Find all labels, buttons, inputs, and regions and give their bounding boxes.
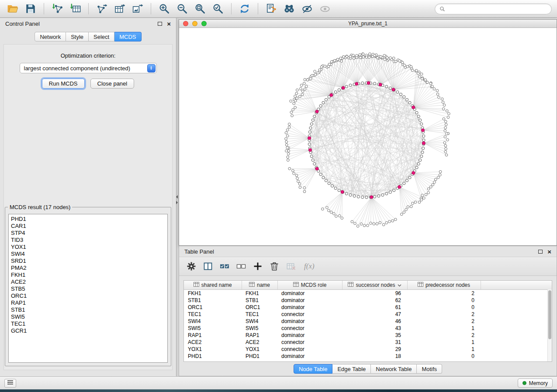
mcds-result-item[interactable]: YOX1 xyxy=(11,244,165,251)
mcds-result-item[interactable]: CAR1 xyxy=(11,223,165,230)
open-session-button[interactable] xyxy=(5,2,20,16)
table-row[interactable]: YOX1YOX1connector291 xyxy=(184,346,552,353)
table-panel-float-icon[interactable] xyxy=(538,250,543,254)
clone-network-button[interactable] xyxy=(264,2,279,16)
mcds-result-item[interactable]: RAP1 xyxy=(11,299,165,306)
save-session-button[interactable] xyxy=(23,2,38,16)
table-panel-close-icon[interactable]: × xyxy=(547,248,551,255)
mcds-result-item[interactable]: ORC1 xyxy=(11,292,165,299)
hide-selected-button[interactable] xyxy=(300,2,315,16)
refresh-layout-button[interactable] xyxy=(237,2,252,16)
mcds-result-item[interactable]: SRD1 xyxy=(11,258,165,265)
table-row[interactable]: PHD1PHD1dominator180 xyxy=(184,353,552,360)
mcds-result-item[interactable]: ACE2 xyxy=(11,279,165,285)
unselect-all-columns-button[interactable] xyxy=(235,260,247,272)
scrollbar-thumb[interactable] xyxy=(548,290,551,339)
column-header-predecessor-nodes[interactable]: predecessor nodes xyxy=(407,281,481,289)
delete-row-button[interactable] xyxy=(268,260,280,272)
function-builder-button[interactable]: f(x) xyxy=(304,262,315,271)
table-row[interactable]: RAP1RAP1dominator352 xyxy=(184,332,552,339)
table-row[interactable]: TEC1TEC1connector472 xyxy=(184,311,552,318)
cell-filler xyxy=(481,332,552,339)
cell-mcds-role: dominator xyxy=(277,332,342,339)
network-canvas[interactable] xyxy=(179,28,557,245)
mcds-result-item[interactable]: TID3 xyxy=(11,237,165,244)
table-scrollbar[interactable] xyxy=(547,289,552,361)
find-button[interactable] xyxy=(282,2,297,16)
search-box[interactable] xyxy=(435,3,552,14)
tab-motifs[interactable]: Motifs xyxy=(417,364,442,374)
table-row[interactable]: SWI4SWI4dominator462 xyxy=(184,318,552,325)
table-row[interactable]: SWI5SWI5connector431 xyxy=(184,325,552,332)
tab-network[interactable]: Network xyxy=(35,32,66,41)
column-header-mcds-role[interactable]: MCDS role xyxy=(277,281,342,289)
mcds-result-item[interactable]: SWI5 xyxy=(11,313,165,320)
mcds-result-item[interactable]: SWI4 xyxy=(11,251,165,258)
mcds-result-item[interactable]: STB1 xyxy=(11,306,165,313)
cell-mcds-role: dominator xyxy=(277,297,342,304)
table-settings-button[interactable] xyxy=(185,260,197,272)
tab-style[interactable]: Style xyxy=(66,32,89,41)
criterion-dropdown[interactable]: largest connected component (undirected)… xyxy=(20,63,157,73)
export-table-button[interactable] xyxy=(112,2,127,16)
splitter-collapse-left-icon[interactable] xyxy=(176,195,178,199)
control-panel-close-icon[interactable]: × xyxy=(167,21,171,27)
cell-filler xyxy=(481,318,552,325)
splitter-collapse-right-icon[interactable] xyxy=(176,201,178,204)
delete-table-button[interactable] xyxy=(285,260,297,272)
search-input[interactable] xyxy=(448,6,547,12)
cell-predecessor-nodes: 0 xyxy=(407,353,481,360)
zoom-fit-button[interactable] xyxy=(193,2,208,16)
tab-select[interactable]: Select xyxy=(89,32,114,41)
run-mcds-button[interactable]: Run MCDS xyxy=(42,79,85,89)
add-row-button[interactable] xyxy=(252,260,264,272)
close-panel-button[interactable]: Close panel xyxy=(90,79,135,89)
zoom-in-button[interactable] xyxy=(157,2,172,16)
table-row[interactable]: FKH1FKH1dominator962 xyxy=(184,289,552,297)
mcds-result-item[interactable]: STB5 xyxy=(11,285,165,292)
show-columns-button[interactable] xyxy=(202,260,214,272)
tab-node-table[interactable]: Node Table xyxy=(294,364,333,374)
tab-network-table[interactable]: Network Table xyxy=(371,364,417,374)
mcds-result-list[interactable]: PHD1CAR1STP4TID3YOX1SWI4SRD1PMA2FKH1ACE2… xyxy=(8,214,168,363)
tab-edge-table[interactable]: Edge Table xyxy=(332,364,371,374)
mcds-result-item[interactable]: PMA2 xyxy=(11,265,165,272)
network-titlebar[interactable]: YPA_prune.txt_1 xyxy=(179,20,557,28)
cell-name: ACE2 xyxy=(242,339,277,346)
export-image-button[interactable] xyxy=(130,2,145,16)
mcds-result-item[interactable]: GCR1 xyxy=(11,327,165,334)
column-label: MCDS role xyxy=(301,282,327,288)
import-table-button[interactable] xyxy=(68,2,83,16)
control-panel-header: Control Panel × xyxy=(0,18,176,29)
column-header-successor-nodes[interactable]: successor nodes xyxy=(342,281,407,289)
zoom-out-button[interactable] xyxy=(175,2,190,16)
control-panel-float-icon[interactable] xyxy=(158,22,162,26)
import-network-button[interactable] xyxy=(50,2,65,16)
zoom-selected-icon xyxy=(212,3,224,14)
select-all-columns-button[interactable] xyxy=(218,260,231,272)
delete-table-icon xyxy=(286,261,296,272)
add-row-icon xyxy=(253,261,263,272)
mcds-result-item[interactable]: FKH1 xyxy=(11,272,165,279)
criterion-value: largest connected component (undirected) xyxy=(24,65,131,72)
table-row[interactable]: ACE2ACE2connector311 xyxy=(184,339,552,346)
memory-button[interactable]: Memory xyxy=(518,378,553,388)
panel-menu-button[interactable] xyxy=(4,379,16,388)
save-session-icon xyxy=(25,3,36,14)
column-header-name[interactable]: name xyxy=(242,281,277,289)
cell-filler xyxy=(481,289,552,297)
mcds-result-item[interactable]: TEC1 xyxy=(11,320,165,327)
cell-name: YOX1 xyxy=(242,346,277,353)
cell-predecessor-nodes: 1 xyxy=(407,346,481,353)
export-network-button[interactable] xyxy=(94,2,109,16)
show-all-button[interactable] xyxy=(318,2,332,16)
column-header-shared-name[interactable]: shared name xyxy=(184,281,242,289)
cell-mcds-role: connector xyxy=(277,339,342,346)
cell-filler xyxy=(481,297,552,304)
table-row[interactable]: STB1STB1dominator620 xyxy=(184,297,552,304)
mcds-result-item[interactable]: PHD1 xyxy=(11,216,165,223)
tab-mcds[interactable]: MCDS xyxy=(114,32,141,41)
mcds-result-item[interactable]: STP4 xyxy=(11,230,165,237)
table-row[interactable]: ORC1ORC1dominator610 xyxy=(184,304,552,311)
zoom-selected-button[interactable] xyxy=(211,2,225,16)
